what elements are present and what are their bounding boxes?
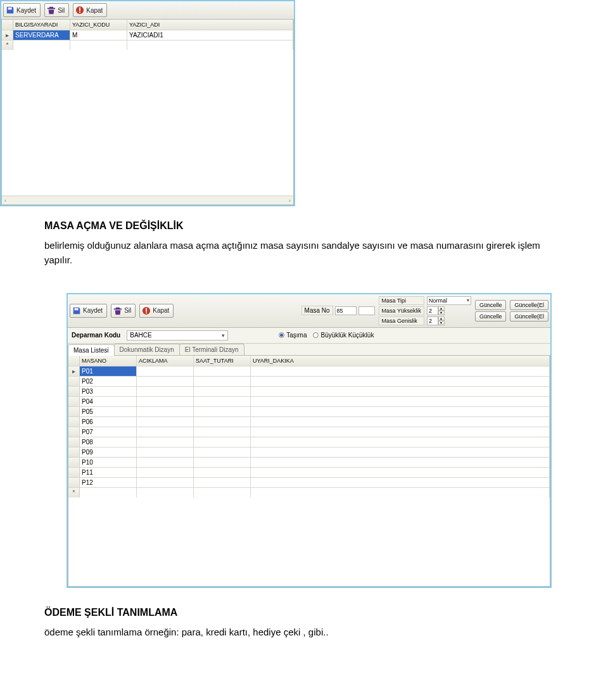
grid-row[interactable]: *	[2, 40, 293, 50]
grid-cell[interactable]: P01	[80, 366, 137, 376]
grid-cell[interactable]	[251, 417, 550, 427]
grid-cell[interactable]	[137, 427, 194, 437]
masa-yuk-spinner[interactable]: 2▴▾	[427, 306, 471, 315]
chevron-up-icon[interactable]: ▴	[438, 316, 445, 321]
grid-cell[interactable]	[251, 377, 550, 386]
close-button[interactable]: Kapat	[139, 304, 174, 318]
guncelle-el-button[interactable]: Güncelle(El	[510, 300, 548, 310]
grid-cell[interactable]	[137, 468, 194, 477]
grid-cell[interactable]: P09	[80, 447, 137, 457]
grid-cell[interactable]	[251, 397, 550, 406]
grid-cell[interactable]	[251, 387, 550, 396]
grid-cell[interactable]	[137, 366, 194, 376]
grid-cell[interactable]	[137, 458, 194, 467]
close-button[interactable]: Kapat	[73, 3, 107, 17]
grid-cell[interactable]: SERVERDARA	[13, 30, 70, 40]
grid-cell[interactable]: P05	[80, 407, 137, 416]
masa-grid[interactable]: MASANO ACIKLAMA SAAT_TUTARI UYARI_DAKIKA…	[68, 356, 550, 587]
grid-cell[interactable]	[137, 447, 194, 457]
grid-cell[interactable]	[70, 41, 127, 50]
grid-cell[interactable]: P07	[80, 427, 137, 437]
grid-cell[interactable]	[137, 407, 194, 416]
grid-cell[interactable]	[194, 427, 251, 437]
grid-cell[interactable]	[80, 488, 137, 497]
grid-cell[interactable]	[251, 366, 550, 376]
grid-cell[interactable]: P12	[80, 478, 137, 487]
grid-cell[interactable]: P11	[80, 468, 137, 477]
col-header[interactable]: BILGISAYARADI	[13, 20, 70, 30]
grid-row[interactable]: P08	[68, 437, 550, 447]
col-header[interactable]: UYARI_DAKIKA	[251, 356, 550, 366]
grid-cell[interactable]	[137, 417, 194, 427]
grid-cell[interactable]	[137, 397, 194, 406]
save-button[interactable]: Kaydet	[3, 3, 41, 17]
delete-button[interactable]: Sil	[111, 304, 136, 318]
grid-cell[interactable]	[137, 377, 194, 386]
grid-row[interactable]: P07	[68, 427, 550, 437]
grid-cell[interactable]: M	[70, 30, 127, 40]
grid-row[interactable]: P03	[68, 386, 550, 396]
radio-buyukluk[interactable]: Büyüklük Küçüklük	[313, 332, 374, 339]
grid-cell[interactable]	[13, 41, 70, 50]
grid-row[interactable]: P09	[68, 447, 550, 457]
grid-cell[interactable]: P08	[80, 437, 137, 447]
grid-row[interactable]: P04	[68, 396, 550, 406]
masa-gen-spinner[interactable]: 2▴▾	[427, 316, 471, 325]
col-header[interactable]: MASANO	[80, 356, 137, 366]
grid-cell[interactable]	[194, 447, 251, 457]
grid-row[interactable]: P05	[68, 406, 550, 416]
radio-tasima[interactable]: Taşıma	[279, 332, 307, 339]
grid-cell[interactable]	[251, 488, 550, 497]
grid-cell[interactable]	[137, 437, 194, 447]
grid-cell[interactable]	[194, 397, 251, 406]
masa-tipi-select[interactable]: Normal	[427, 296, 471, 305]
horizontal-scrollbar[interactable]: ‹›	[2, 196, 293, 204]
grid-cell[interactable]: P06	[80, 417, 137, 427]
col-header[interactable]: YAZICI_ADI	[127, 20, 293, 30]
grid-cell[interactable]: YAZICIADI1	[127, 30, 293, 40]
grid-cell[interactable]	[251, 407, 550, 416]
grid-cell[interactable]	[127, 41, 293, 50]
guncelle-el-button-2[interactable]: Güncelle(El	[510, 311, 548, 322]
save-button[interactable]: Kaydet	[70, 304, 107, 318]
grid-row[interactable]: P12	[68, 477, 550, 487]
grid-cell[interactable]	[137, 387, 194, 396]
grid-cell[interactable]	[251, 468, 550, 477]
grid-cell[interactable]	[194, 387, 251, 396]
grid-cell[interactable]: P02	[80, 377, 137, 386]
grid-row[interactable]: P10	[68, 457, 550, 467]
chevron-up-icon[interactable]: ▴	[438, 306, 445, 311]
grid-cell[interactable]: P10	[80, 458, 137, 467]
grid-cell[interactable]	[194, 377, 251, 386]
chevron-down-icon[interactable]: ▾	[438, 311, 445, 315]
col-header[interactable]: SAAT_TUTARI	[194, 356, 251, 366]
grid-cell[interactable]	[137, 478, 194, 487]
grid-cell[interactable]	[251, 427, 550, 437]
tab-dokunmatik[interactable]: Dokunmatik Dizayn	[114, 344, 180, 355]
grid-cell[interactable]	[194, 458, 251, 467]
grid-row[interactable]: ▸ SERVERDARA M YAZICIADI1	[2, 30, 293, 40]
printer-grid[interactable]: BILGISAYARADI YAZICI_KODU YAZICI_ADI ▸ S…	[1, 20, 294, 205]
grid-cell[interactable]: P03	[80, 387, 137, 396]
grid-row[interactable]: *	[68, 487, 550, 497]
grid-row[interactable]: ▸P01	[68, 366, 550, 376]
grid-cell[interactable]	[251, 458, 550, 467]
grid-row[interactable]: P11	[68, 467, 550, 477]
grid-cell[interactable]: P04	[80, 397, 137, 406]
guncelle-button-2[interactable]: Güncelle	[475, 311, 507, 322]
grid-row[interactable]: P02	[68, 376, 550, 386]
grid-cell[interactable]	[194, 478, 251, 487]
grid-cell[interactable]	[194, 468, 251, 477]
masa-no-input-2[interactable]	[358, 306, 375, 315]
grid-cell[interactable]	[251, 437, 550, 447]
grid-row[interactable]: P06	[68, 416, 550, 427]
tab-masa-listesi[interactable]: Masa Listesi	[68, 344, 115, 356]
grid-cell[interactable]	[194, 417, 251, 427]
grid-cell[interactable]	[137, 488, 194, 497]
tab-el-terminali[interactable]: El Terminali Dizayn	[179, 344, 244, 355]
col-header[interactable]: YAZICI_KODU	[70, 20, 127, 30]
masa-no-input[interactable]: 85	[335, 306, 357, 315]
grid-cell[interactable]	[194, 407, 251, 416]
delete-button[interactable]: Sil	[44, 3, 69, 17]
col-header[interactable]: ACIKLAMA	[137, 356, 194, 366]
